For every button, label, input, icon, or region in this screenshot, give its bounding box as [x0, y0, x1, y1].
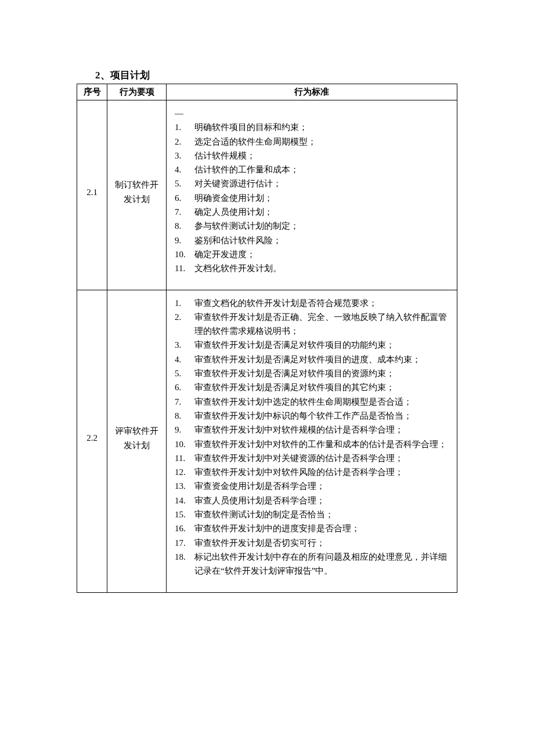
- list-item-number: 8.: [171, 219, 192, 233]
- list-item-text: 审查软件开发计划是否满足对软件项目的资源约束；: [194, 369, 395, 378]
- list-item-number: 5.: [171, 366, 192, 380]
- list-item: 3.审查软件开发计划是否满足对软件项目的功能约束；: [171, 338, 449, 352]
- list-item-text: 鉴别和估计软件风险；: [194, 236, 282, 245]
- list-item: 9.审查软件开发计划中对软件规模的估计是否科学合理；: [171, 423, 449, 437]
- list-item-text: 明确软件项目的目标和约束；: [194, 123, 308, 132]
- header-num: 序号: [77, 84, 107, 100]
- list-item-number: 12.: [171, 465, 192, 479]
- list-item-text: 估计软件规模；: [194, 151, 255, 160]
- list-item-number: 6.: [171, 191, 192, 205]
- list-item: 17.审查软件开发计划是否切实可行；: [171, 536, 449, 550]
- list-item: 11.文档化软件开发计划。: [171, 261, 449, 275]
- list-item-number: 1.: [171, 296, 192, 310]
- section-title: 2、项目计划: [95, 69, 457, 82]
- list-item-text: 审查人员使用计划是否科学合理；: [194, 496, 325, 505]
- list-item-number: 14.: [171, 494, 192, 507]
- list-item: 6.审查软件开发计划是否满足对软件项目的其它约束；: [171, 380, 449, 394]
- list-item-text: 参与软件测试计划的制定；: [194, 221, 299, 231]
- list-item: 5.审查软件开发计划是否满足对软件项目的资源约束；: [171, 366, 449, 380]
- list-item: 10.审查软件开发计划中对软件的工作量和成本的估计是否科学合理；: [171, 437, 449, 451]
- header-std: 行为标准: [167, 84, 457, 100]
- spec-table: 序号 行为要项 行为标准 2.1制订软件开发计划—1.明确软件项目的目标和约束；…: [77, 84, 457, 593]
- list-item-text: 审查软件开发计划中对软件风险的估计是否科学合理；: [194, 467, 403, 477]
- list-item-text: 确定开发进度；: [194, 250, 255, 259]
- list-item-number: 3.: [171, 149, 192, 163]
- list-item: 9.鉴别和估计软件风险；: [171, 233, 449, 247]
- list-item-number: 10.: [171, 247, 192, 261]
- row-standards: 1.审查文档化的软件开发计划是否符合规范要求；2.审查软件开发计划是否正确、完全…: [167, 290, 457, 592]
- list-item-text: 标记出软件开发计划中存在的所有问题及相应的处理意见，并详细记录在“软件开发计划评…: [194, 552, 447, 575]
- list-item-text: 审查软件测试计划的制定是否恰当；: [194, 510, 334, 519]
- list-item: 12.审查软件开发计划中对软件风险的估计是否科学合理；: [171, 465, 449, 479]
- list-item-text: 选定合适的软件生命周期模型；: [194, 137, 316, 146]
- row-item: 制订软件开发计划: [107, 100, 167, 290]
- row-standards: —1.明确软件项目的目标和约束；2.选定合适的软件生命周期模型；3.估计软件规模…: [167, 100, 457, 290]
- list-item-number: 1.: [171, 120, 192, 134]
- table-header-row: 序号 行为要项 行为标准: [77, 84, 457, 100]
- list-item-text: 审查软件开发计划是否正确、完全、一致地反映了纳入软件配置管理的软件需求规格说明书…: [194, 312, 447, 336]
- list-item-number: 15.: [171, 507, 192, 521]
- header-item: 行为要项: [107, 84, 167, 100]
- list-item-number: 11.: [171, 261, 192, 275]
- list-item-text: 审查软件开发计划中对关键资源的估计是否科学合理；: [194, 453, 403, 463]
- list-item: 18.标记出软件开发计划中存在的所有问题及相应的处理意见，并详细记录在“软件开发…: [171, 550, 449, 578]
- list-item-number: 2.: [171, 310, 192, 324]
- list-item: 6.明确资金使用计划；: [171, 191, 449, 205]
- list-item-number: 9.: [171, 233, 192, 247]
- list-item-number: 8.: [171, 409, 192, 423]
- list-item: 8.审查软件开发计划中标识的每个软件工作产品是否恰当；: [171, 409, 449, 423]
- list-item: 13.审查资金使用计划是否科学合理；: [171, 479, 449, 493]
- list-item: 1.明确软件项目的目标和约束；: [171, 120, 449, 134]
- list-item: 16.审查软件开发计划中的进度安排是否合理；: [171, 521, 449, 535]
- list-item-text: 审查资金使用计划是否科学合理；: [194, 481, 325, 491]
- list-item-number: 11.: [171, 451, 192, 465]
- row-item: 评审软件开发计划: [107, 290, 167, 592]
- table-row: 2.2评审软件开发计划1.审查文档化的软件开发计划是否符合规范要求；2.审查软件…: [77, 290, 457, 592]
- list-item-text: 审查软件开发计划是否满足对软件项目的其它约束；: [194, 383, 395, 392]
- list-item-number: 10.: [171, 437, 192, 451]
- standards-list: 1.审查文档化的软件开发计划是否符合规范要求；2.审查软件开发计划是否正确、完全…: [171, 296, 449, 578]
- list-item-text: 审查软件开发计划中选定的软件生命周期模型是否合适；: [194, 397, 412, 406]
- list-item-number: 9.: [171, 423, 192, 437]
- list-item-text: 审查软件开发计划是否切实可行；: [194, 538, 325, 548]
- list-item-number: 13.: [171, 479, 192, 493]
- list-item-number: 7.: [171, 205, 192, 219]
- list-item: 4.估计软件的工作量和成本；: [171, 163, 449, 177]
- list-item: 7.确定人员使用计划；: [171, 205, 449, 219]
- list-item: 3.估计软件规模；: [171, 149, 449, 163]
- list-item: 5.对关键资源进行估计；: [171, 177, 449, 190]
- row-topmark: —: [171, 106, 449, 120]
- list-item-number: 4.: [171, 163, 192, 177]
- list-item: 14.审查人员使用计划是否科学合理；: [171, 494, 449, 507]
- table-row: 2.1制订软件开发计划—1.明确软件项目的目标和约束；2.选定合适的软件生命周期…: [77, 100, 457, 290]
- list-item-number: 18.: [171, 550, 192, 564]
- list-item-text: 审查软件开发计划中对软件的工作量和成本的估计是否科学合理；: [194, 440, 447, 449]
- list-item: 10.确定开发进度；: [171, 247, 449, 261]
- list-item-text: 估计软件的工作量和成本；: [194, 165, 299, 174]
- list-item-number: 16.: [171, 521, 192, 535]
- row-num: 2.2: [77, 290, 107, 592]
- list-item-number: 17.: [171, 536, 192, 550]
- list-item-text: 审查软件开发计划中标识的每个软件工作产品是否恰当；: [194, 411, 412, 420]
- list-item: 7.审查软件开发计划中选定的软件生命周期模型是否合适；: [171, 395, 449, 409]
- list-item: 4.审查软件开发计划是否满足对软件项目的进度、成本约束；: [171, 352, 449, 366]
- list-item-text: 明确资金使用计划；: [194, 193, 273, 203]
- list-item: 2.选定合适的软件生命周期模型；: [171, 135, 449, 149]
- list-item: 1.审查文档化的软件开发计划是否符合规范要求；: [171, 296, 449, 310]
- list-item-text: 对关键资源进行估计；: [194, 179, 282, 188]
- list-item: 11.审查软件开发计划中对关键资源的估计是否科学合理；: [171, 451, 449, 465]
- list-item-text: 审查软件开发计划中的进度安排是否合理；: [194, 524, 360, 533]
- list-item-text: 确定人员使用计划；: [194, 207, 273, 217]
- list-item-text: 审查软件开发计划中对软件规模的估计是否科学合理；: [194, 425, 403, 434]
- list-item: 2.审查软件开发计划是否正确、完全、一致地反映了纳入软件配置管理的软件需求规格说…: [171, 310, 449, 339]
- list-item-number: 5.: [171, 177, 192, 190]
- list-item-number: 6.: [171, 380, 192, 394]
- row-num: 2.1: [77, 100, 107, 290]
- list-item-text: 审查软件开发计划是否满足对软件项目的进度、成本约束；: [194, 355, 421, 364]
- list-item: 8.参与软件测试计划的制定；: [171, 219, 449, 233]
- list-item-text: 审查软件开发计划是否满足对软件项目的功能约束；: [194, 340, 395, 350]
- list-item-text: 审查文档化的软件开发计划是否符合规范要求；: [194, 298, 377, 308]
- list-item-text: 文档化软件开发计划。: [194, 264, 282, 273]
- list-item-number: 3.: [171, 338, 192, 352]
- list-item-number: 2.: [171, 135, 192, 149]
